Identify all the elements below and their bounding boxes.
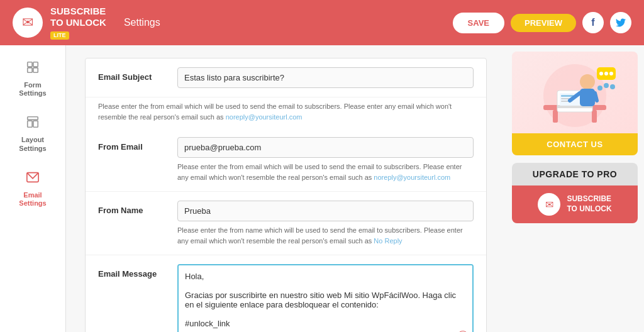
logo-line1: SUBSCRIBE [50,6,106,16]
upgrade-card: UPGRADE TO PRO ✉ SUBSCRIBE TO UNLOCK [512,163,638,223]
upgrade-logo-line2: TO UNLOCK [567,204,611,213]
logo-badge: LITE [50,31,69,40]
from-email-input[interactable] [177,137,474,158]
upgrade-header: UPGRADE TO PRO [512,163,638,185]
email-message-textarea[interactable]: Hola, Gracias por suscribirte en nuestro… [177,264,474,332]
facebook-button[interactable]: f [582,12,604,33]
svg-point-18 [580,74,595,89]
email-subject-label: Email Subject [98,67,167,82]
svg-point-25 [609,72,613,75]
logo-text: SUBSCRIBE TO UNLOCK LITE [50,6,106,40]
from-name-input[interactable] [177,201,474,221]
svg-rect-10 [553,110,558,123]
email-subject-row: Email Subject [86,58,486,97]
from-email-hint-text-top: Please enter the from email which will b… [98,101,474,122]
sidebar: FormSettings LayoutSettings EmailSetting… [0,45,66,332]
from-email-row: From Email Please enter the from email w… [86,128,486,192]
logo: ✉ SUBSCRIBE TO UNLOCK LITE Settings [13,6,160,40]
from-email-hint-top: Please enter the from email which will b… [86,101,486,128]
from-email-hint-link-top[interactable]: noreply@yoursiteurl.com [226,113,303,121]
upgrade-logo-text: SUBSCRIBE TO UNLOCK [567,194,611,214]
from-name-row: From Name Please enter the from name whi… [86,192,486,255]
settings-page-label: Settings [124,17,160,28]
from-email-hint-link[interactable]: noreply@yoursiteurl.com [374,174,450,181]
svg-point-28 [610,84,615,89]
svg-rect-1 [33,62,38,67]
svg-point-27 [604,83,609,88]
main-content: Email Subject Please enter the from emai… [66,45,506,332]
email-subject-content [177,67,474,88]
from-email-hint: Please enter the from email which will b… [177,162,474,182]
from-name-label: From Name [98,201,167,215]
svg-rect-5 [28,121,32,128]
from-name-hint: Please enter the from name which will be… [177,225,474,246]
svg-point-23 [599,72,603,75]
contact-us-button[interactable]: CONTACT US [512,133,638,155]
logo-icon: ✉ [13,8,43,38]
svg-line-21 [595,93,597,101]
layout-settings-icon [26,115,40,132]
layout-settings-label: LayoutSettings [19,136,46,152]
svg-rect-0 [28,62,32,67]
upgrade-logo-line1: SUBSCRIBE [567,194,611,203]
email-settings-label: EmailSettings [19,191,46,208]
content-area: FormSettings LayoutSettings EmailSetting… [0,45,644,332]
ad-card: CONTACT US [512,52,638,155]
sidebar-item-email-settings[interactable]: EmailSettings [0,162,65,216]
email-subject-input[interactable] [177,67,474,88]
email-message-label: Email Message [98,264,167,279]
header: ✉ SUBSCRIBE TO UNLOCK LITE Settings SAVE… [0,0,644,45]
email-settings-icon [26,170,40,187]
svg-rect-16 [561,98,570,99]
email-message-content: Hola, Gracias por suscribirte en nuestro… [177,264,474,332]
twitter-button[interactable] [610,12,631,33]
svg-rect-4 [28,117,38,120]
svg-point-26 [597,86,602,91]
svg-rect-19 [580,89,595,106]
svg-point-24 [604,72,608,75]
logo-line2: TO UNLOCK [50,17,106,28]
form-settings-icon [26,60,40,77]
from-name-hint-link[interactable]: No Reply [374,237,402,245]
svg-rect-2 [28,68,32,72]
upgrade-logo-area: ✉ SUBSCRIBE TO UNLOCK [512,185,638,223]
from-email-content: Please enter the from email which will b… [177,137,474,182]
upgrade-logo-icon: ✉ [538,193,560,216]
ad-illustration [512,52,638,133]
form-settings-label: FormSettings [19,81,46,97]
svg-rect-11 [592,110,597,123]
sidebar-item-layout-settings[interactable]: LayoutSettings [0,106,65,161]
right-panel: CONTACT US UPGRADE TO PRO ✉ SUBSCRIBE TO… [506,45,644,332]
header-actions: SAVE PREVIEW f [453,12,631,33]
svg-rect-15 [561,95,574,97]
from-email-label: From Email [98,137,167,152]
email-message-row: Email Message Hola, Gracias por suscribi… [86,255,486,332]
from-name-content: Please enter the from name which will be… [177,201,474,246]
textarea-wrapper: Hola, Gracias por suscribirte en nuestro… [177,264,474,332]
svg-rect-3 [33,68,38,72]
svg-rect-6 [33,121,38,128]
email-settings-form: Email Subject Please enter the from emai… [85,58,487,332]
sidebar-item-form-settings[interactable]: FormSettings [0,52,65,106]
save-button[interactable]: SAVE [453,13,504,33]
preview-button[interactable]: PREVIEW [511,14,576,32]
